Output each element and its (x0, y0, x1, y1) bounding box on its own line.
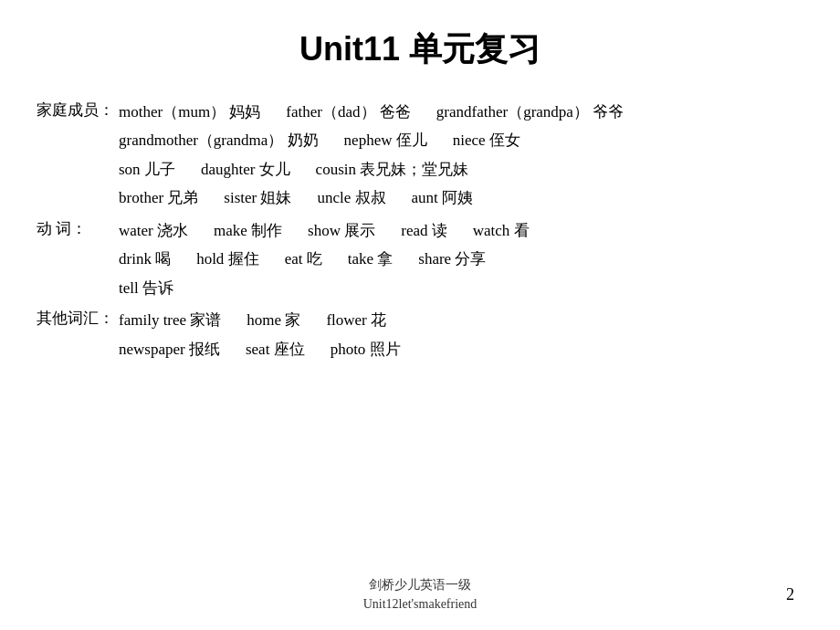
word-eng: family tree (119, 311, 190, 329)
word-item: photo 照片 (331, 335, 401, 363)
word-eng: aunt (412, 189, 443, 206)
word-item: grandfather（grandpa） 爷爷 (436, 98, 624, 126)
word-chn: 看 (514, 222, 530, 239)
word-chn: 喝 (155, 250, 171, 268)
word-chn: 报纸 (189, 341, 220, 358)
word-item: daughter 女儿 (201, 155, 290, 184)
word-item: take 拿 (348, 245, 394, 273)
section-verbs: 动 词：water 浇水make 制作show 展示read 读watch 看d… (37, 216, 803, 302)
word-chn: 浇水 (157, 222, 188, 239)
word-chn: 姐妹 (260, 189, 291, 206)
footer: 剑桥少儿英语一级 Unit12let'smakefriend (0, 575, 840, 614)
word-chn: 家 (285, 311, 300, 329)
row-family-0: mother（mum） 妈妈father（dad） 爸爸grandfather（… (119, 98, 803, 126)
word-eng: water (119, 222, 157, 239)
word-eng: son (119, 161, 144, 178)
word-item: cousin 表兄妹；堂兄妹 (316, 155, 469, 184)
word-eng: uncle (317, 189, 354, 206)
word-item: brother 兄弟 (119, 184, 198, 212)
word-item: share 分享 (418, 245, 486, 273)
word-item: son 儿子 (119, 155, 175, 184)
page: Unit11 单元复习 家庭成员：mother（mum） 妈妈father（da… (0, 0, 840, 630)
section-family: 家庭成员：mother（mum） 妈妈father（dad） 爸爸grandfa… (37, 98, 803, 213)
word-chn: 儿子 (144, 161, 175, 178)
word-chn: 侄女 (489, 131, 520, 149)
word-chn: 兄弟 (167, 189, 198, 206)
word-item: mother（mum） 妈妈 (119, 98, 260, 126)
word-eng: niece (453, 131, 489, 149)
word-chn: 展示 (344, 222, 375, 239)
footer-text: 剑桥少儿英语一级 Unit12let'smakefriend (363, 575, 478, 614)
section-other: 其他词汇：family tree 家谱home 家flower 花newspap… (37, 306, 803, 363)
section-content-family: mother（mum） 妈妈father（dad） 爸爸grandfather（… (119, 98, 803, 213)
row-verbs-2: tell 告诉 (119, 274, 803, 302)
row-other-1: newspaper 报纸seat 座位photo 照片 (119, 335, 803, 363)
word-eng: read (401, 222, 432, 239)
word-eng: share (418, 250, 455, 268)
word-chn: 读 (432, 222, 447, 239)
word-item: show 展示 (308, 216, 375, 245)
word-chn: 表兄妹；堂兄妹 (360, 161, 468, 178)
footer-line1: 剑桥少儿英语一级 (363, 575, 478, 594)
word-eng: home (247, 311, 285, 329)
word-item: eat 吃 (285, 245, 322, 273)
word-eng: make (214, 222, 251, 239)
word-item: drink 喝 (119, 245, 171, 273)
word-eng: grandfather（grandpa） (436, 103, 593, 121)
word-eng: daughter (201, 161, 259, 178)
word-item: aunt 阿姨 (412, 184, 474, 212)
word-eng: tell (119, 279, 142, 297)
word-chn: 阿姨 (442, 189, 473, 206)
word-item: sister 姐妹 (224, 184, 291, 212)
row-verbs-1: drink 喝hold 握住eat 吃take 拿share 分享 (119, 245, 803, 273)
word-eng: newspaper (119, 341, 189, 358)
word-chn: 侄儿 (396, 131, 427, 149)
word-chn: 爷爷 (593, 103, 624, 121)
word-chn: 女儿 (259, 161, 290, 178)
word-eng: seat (246, 341, 274, 358)
word-item: family tree 家谱 (119, 306, 221, 334)
word-chn: 花 (371, 311, 386, 329)
word-item: home 家 (247, 306, 300, 334)
word-chn: 握住 (228, 250, 259, 268)
word-eng: drink (119, 250, 155, 268)
row-family-3: brother 兄弟sister 姐妹uncle 叔叔aunt 阿姨 (119, 184, 803, 212)
word-eng: nephew (344, 131, 396, 149)
word-chn: 妈妈 (229, 103, 260, 121)
word-chn: 爸爸 (380, 103, 411, 121)
word-eng: take (348, 250, 378, 268)
page-title: Unit11 单元复习 (37, 27, 803, 72)
word-item: hold 握住 (196, 245, 258, 273)
word-eng: brother (119, 189, 167, 206)
word-item: read 读 (401, 216, 447, 245)
word-eng: sister (224, 189, 260, 206)
word-eng: father（dad） (286, 103, 379, 121)
word-eng: watch (473, 222, 514, 239)
word-chn: 奶奶 (288, 131, 319, 149)
word-chn: 吃 (307, 250, 322, 268)
word-item: grandmother（grandma） 奶奶 (119, 126, 319, 154)
word-item: uncle 叔叔 (317, 184, 385, 212)
word-chn: 照片 (370, 341, 401, 358)
word-chn: 座位 (274, 341, 305, 358)
word-item: newspaper 报纸 (119, 335, 220, 363)
word-item: nephew 侄儿 (344, 126, 427, 154)
word-item: seat 座位 (246, 335, 305, 363)
word-item: tell 告诉 (119, 274, 173, 302)
word-eng: grandmother（grandma） (119, 131, 288, 149)
word-chn: 分享 (455, 250, 486, 268)
word-item: niece 侄女 (453, 126, 520, 154)
row-family-2: son 儿子daughter 女儿cousin 表兄妹；堂兄妹 (119, 155, 803, 184)
word-item: father（dad） 爸爸 (286, 98, 410, 126)
word-eng: hold (196, 250, 227, 268)
section-content-other: family tree 家谱home 家flower 花newspaper 报纸… (119, 306, 803, 363)
section-label-verbs: 动 词： (37, 216, 119, 239)
word-eng: photo (331, 341, 370, 358)
word-eng: flower (326, 311, 371, 329)
word-eng: mother（mum） (119, 103, 229, 121)
word-chn: 家谱 (190, 311, 221, 329)
word-item: make 制作 (214, 216, 282, 245)
page-number: 2 (786, 585, 794, 604)
word-chn: 告诉 (142, 279, 173, 297)
word-item: flower 花 (326, 306, 386, 334)
